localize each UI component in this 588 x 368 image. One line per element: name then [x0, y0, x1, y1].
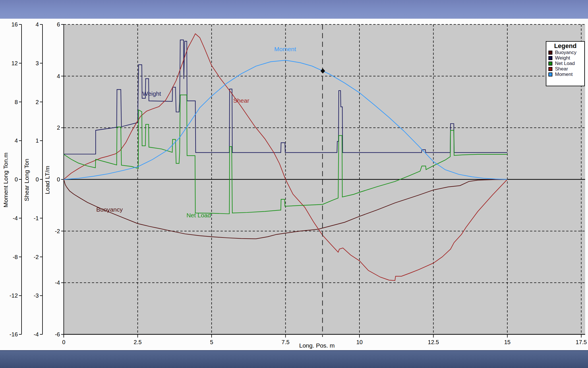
legend-items: BuoyancyWeightNet LoadShearMoment: [546, 50, 584, 77]
legend-item: Buoyancy: [546, 50, 584, 55]
moment-axis-tick-label: -8: [13, 254, 18, 260]
desktop-bottom-banner: [0, 350, 588, 368]
strength-plot-canvas[interactable]: 1612840-4-8-12-1643210-1-2-3-46420-2-4-6…: [0, 19, 588, 350]
moment-axis-tick-label: 16: [11, 21, 18, 28]
moment-axis-tick-label: -4: [13, 215, 18, 221]
moment-axis-tick-label: 12: [11, 60, 18, 66]
legend-swatch-moment: [548, 72, 552, 76]
load-axis-tick-label: -4: [55, 279, 60, 286]
shear-axis-title: Shear Long Ton: [23, 104, 30, 256]
load-axis-tick-label: 2: [57, 124, 60, 131]
x-axis-tick-label: 7.5: [282, 339, 290, 345]
chart-figure: 1612840-4-8-12-1643210-1-2-3-46420-2-4-6…: [0, 19, 588, 350]
legend-item-label: Buoyancy: [555, 50, 577, 55]
moment-axis-tick-label: -12: [9, 292, 18, 299]
shear-axis-tick-label: -2: [34, 254, 39, 260]
moment-axis-tick-label: 4: [15, 137, 18, 144]
desktop-top-banner: [0, 0, 588, 19]
moment-axis-title: Moment Long Ton.m: [2, 104, 9, 256]
shear-axis-tick-label: 4: [36, 21, 39, 28]
x-axis-tick-label: 12.5: [428, 339, 439, 345]
load-axis-tick-label: 0: [57, 176, 60, 183]
legend-item-label: Weight: [555, 55, 570, 61]
legend-item-label: Shear: [555, 66, 568, 72]
x-axis-tick-label: 17.5: [576, 339, 587, 345]
load-axis-tick-label: -6: [55, 331, 60, 338]
shear-axis-tick-label: -3: [34, 292, 39, 299]
legend-item-label: Moment: [555, 72, 572, 77]
load-axis-tick-label: 6: [57, 21, 60, 28]
x-axis-tick-label: 10: [356, 339, 363, 345]
moment-axis-tick-label: -16: [9, 331, 18, 338]
shear-axis-tick-label: 1: [36, 137, 39, 144]
shear-axis-tick-label: -1: [34, 215, 39, 221]
legend-item: Net Load: [546, 61, 584, 66]
legend-item: Weight: [546, 55, 584, 61]
shear-axis-tick-label: 0: [36, 176, 39, 183]
net-load-curve-label: Net Load: [186, 212, 211, 218]
x-axis-tick-label: 15: [504, 339, 510, 345]
legend-item: Shear: [546, 66, 584, 72]
x-axis-tick-label: 5: [210, 339, 213, 345]
legend-swatch-shear: [548, 67, 552, 71]
moment-axis-tick-label: 0: [15, 176, 18, 183]
x-axis-tick-label: 0: [62, 339, 65, 345]
buoyancy-curve-label: Buoyancy: [96, 206, 123, 213]
legend-swatch-buoyancy: [548, 51, 552, 55]
x-axis-title: Long. Pos. m: [299, 342, 335, 349]
load-axis-tick-label: -2: [55, 228, 60, 234]
moment-curve-label: Moment: [274, 46, 296, 52]
shear-axis-tick-label: -4: [34, 331, 39, 338]
shear-axis-tick-label: 2: [36, 99, 39, 105]
x-axis-tick-label: 2.5: [134, 339, 142, 345]
legend-item: Moment: [546, 72, 584, 77]
legend-swatch-net-load: [548, 62, 552, 66]
legend-swatch-weight: [548, 56, 552, 60]
shear-curve-label: Shear: [233, 97, 249, 104]
shear-axis-tick-label: 3: [36, 60, 39, 66]
legend-title: Legend: [546, 42, 584, 50]
legend-item-label: Net Load: [555, 61, 575, 66]
load-axis-title: Load LT/m: [44, 104, 51, 256]
screenshot-root: { "window": { "plot_bg": "#c9c9c9", "gri…: [0, 0, 588, 368]
weight-curve-label: Weight: [142, 90, 161, 97]
moment-axis-tick-label: 8: [15, 99, 18, 105]
legend: Legend BuoyancyWeightNet LoadShearMoment: [546, 41, 585, 86]
load-axis-tick-label: 4: [57, 73, 60, 79]
